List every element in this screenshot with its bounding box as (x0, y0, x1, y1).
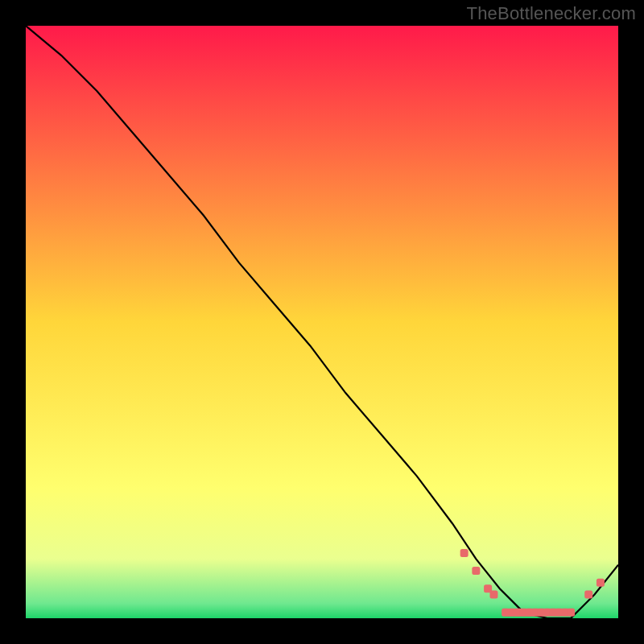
marker-point (472, 567, 480, 575)
gradient-background (26, 26, 618, 618)
chart-svg (26, 26, 618, 618)
chart-frame: TheBottlenecker.com (0, 0, 644, 644)
marker-point (489, 591, 497, 599)
marker-point (567, 609, 575, 617)
marker-point (597, 579, 605, 587)
marker-point (584, 591, 592, 599)
watermark-text: TheBottlenecker.com (467, 3, 636, 24)
chart-plot (26, 26, 618, 618)
marker-point (460, 549, 469, 557)
